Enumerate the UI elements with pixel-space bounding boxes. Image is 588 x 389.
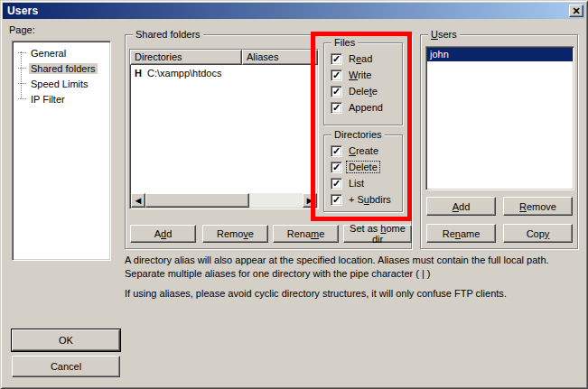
checkbox-write[interactable]: ✓ Write — [331, 69, 373, 81]
checkbox-delete-files[interactable]: ✓ Delete — [331, 85, 379, 97]
shared-folders-group-title: Shared folders — [133, 29, 203, 40]
users-dialog: Users ✕ Page: General Shared folders Spe… — [0, 0, 588, 389]
window-title: Users — [7, 5, 38, 17]
shared-folders-group: Shared folders Directories Aliases H C:\… — [125, 34, 412, 249]
tree-connector-icon — [18, 98, 26, 99]
checkbox-read[interactable]: ✓ Read — [331, 52, 374, 65]
button-label: Rename — [287, 228, 325, 239]
checked-checkbox-icon[interactable]: ✓ — [331, 86, 342, 97]
directory-row[interactable]: H C:\xampp\htdocs — [130, 67, 318, 79]
check-icon: ✓ — [332, 195, 341, 205]
help-paragraph-cyclic: If using aliases, please avoid cyclic di… — [125, 287, 583, 301]
checked-checkbox-icon[interactable]: ✓ — [331, 162, 342, 173]
tree-item-shared-folders[interactable]: Shared folders — [14, 60, 108, 76]
column-header-aliases[interactable]: Aliases — [242, 50, 318, 65]
home-dir-flag: H — [132, 68, 145, 79]
directories-group: Directories ✓ Create ✓ Delete ✓ List ✓ +… — [323, 134, 403, 212]
button-label: Add — [453, 201, 471, 212]
tree-connector-icon — [18, 68, 26, 69]
button-label: Remove — [519, 201, 556, 212]
add-folder-button[interactable]: Add — [130, 225, 196, 243]
page-label: Page: — [9, 24, 35, 35]
page-tree[interactable]: General Shared folders Speed Limits IP F… — [12, 41, 111, 261]
set-as-home-dir-button[interactable]: Set as home dir — [343, 225, 412, 243]
check-icon: ✓ — [332, 54, 341, 64]
close-icon: ✕ — [572, 6, 580, 16]
titlebar[interactable]: Users ✕ — [3, 3, 585, 19]
button-label: Add — [154, 228, 173, 239]
tree-connector-icon — [18, 52, 26, 53]
check-icon: ✓ — [332, 179, 341, 189]
copy-user-button[interactable]: Copy — [503, 224, 573, 243]
tree-item-ip-filter[interactable]: IP Filter — [14, 91, 108, 107]
close-button[interactable]: ✕ — [569, 5, 583, 17]
user-name: john — [430, 49, 449, 60]
check-icon: ✓ — [332, 103, 341, 113]
checkbox-label: Delete — [347, 86, 379, 97]
users-group-title: Users — [428, 29, 460, 40]
scroll-right-button[interactable]: ► — [303, 193, 317, 208]
help-text: A directory alias will also appear at th… — [125, 254, 583, 307]
arrow-right-icon: ► — [305, 196, 315, 206]
checkbox-delete-dirs[interactable]: ✓ Delete — [331, 161, 379, 173]
checkbox-append[interactable]: ✓ Append — [331, 101, 385, 114]
checkbox-create[interactable]: ✓ Create — [331, 144, 380, 157]
button-label: Remove — [217, 228, 254, 239]
button-label: Copy — [527, 228, 550, 239]
checkbox-subdirs[interactable]: ✓ + Subdirs — [331, 193, 393, 206]
tree-item-label: General — [29, 48, 68, 59]
tree-item-label: Shared folders — [29, 63, 98, 74]
button-label: Set as home dir — [344, 223, 411, 245]
remove-folder-button[interactable]: Remove — [202, 225, 268, 243]
files-group: Files ✓ Read ✓ Write ✓ Delete ✓ Append — [323, 42, 403, 125]
check-icon: ✓ — [332, 87, 341, 97]
listview-header: Directories Aliases — [130, 50, 318, 65]
ok-button[interactable]: OK — [12, 329, 120, 351]
checkbox-label: Create — [347, 145, 380, 156]
files-group-title: Files — [331, 37, 358, 48]
scrollbar-track[interactable] — [249, 193, 303, 208]
checkbox-list[interactable]: ✓ List — [331, 177, 366, 190]
directories-group-title: Directories — [331, 129, 385, 140]
rename-user-button[interactable]: Rename — [426, 224, 496, 243]
button-label: Rename — [443, 228, 481, 239]
scrollbar-thumb[interactable] — [145, 193, 249, 208]
help-paragraph-aliases: A directory alias will also appear at th… — [125, 254, 583, 281]
directories-listview[interactable]: Directories Aliases H C:\xampp\htdocs ◄ … — [129, 49, 319, 209]
tree-connector-icon — [18, 83, 26, 84]
users-listbox[interactable]: john — [425, 46, 574, 190]
column-header-directories[interactable]: Directories — [130, 50, 242, 65]
tree-item-general[interactable]: General — [14, 45, 108, 60]
checkbox-label: Append — [347, 102, 385, 113]
check-icon: ✓ — [332, 70, 341, 80]
checked-checkbox-icon[interactable]: ✓ — [331, 178, 342, 190]
check-icon: ✓ — [332, 162, 341, 172]
tree-item-speed-limits[interactable]: Speed Limits — [14, 76, 108, 91]
checked-checkbox-icon[interactable]: ✓ — [331, 145, 342, 157]
add-user-button[interactable]: Add — [426, 197, 496, 216]
checked-checkbox-icon[interactable]: ✓ — [331, 194, 342, 206]
tree-item-label: Speed Limits — [29, 79, 90, 89]
users-group: Users john Add Remove Rename Copy — [420, 34, 578, 249]
checkbox-label: Read — [347, 53, 374, 64]
remove-user-button[interactable]: Remove — [503, 197, 573, 216]
cancel-button[interactable]: Cancel — [12, 356, 120, 377]
checked-checkbox-icon[interactable]: ✓ — [331, 69, 342, 81]
scroll-left-button[interactable]: ◄ — [131, 193, 145, 208]
rename-folder-button[interactable]: Rename — [273, 225, 339, 243]
check-icon: ✓ — [332, 146, 341, 156]
checkbox-label: Write — [347, 69, 373, 80]
horizontal-scrollbar[interactable]: ◄ ► — [131, 193, 317, 208]
checkbox-label: Delete — [347, 162, 379, 172]
tree-item-label: IP Filter — [29, 94, 67, 105]
arrow-left-icon: ◄ — [134, 196, 144, 206]
directory-path: C:\xampp\htdocs — [147, 68, 222, 79]
user-list-item[interactable]: john — [427, 48, 573, 61]
checkbox-label: List — [347, 178, 366, 189]
checked-checkbox-icon[interactable]: ✓ — [331, 102, 342, 114]
checkbox-label: + Subdirs — [347, 194, 393, 205]
checked-checkbox-icon[interactable]: ✓ — [331, 53, 342, 65]
